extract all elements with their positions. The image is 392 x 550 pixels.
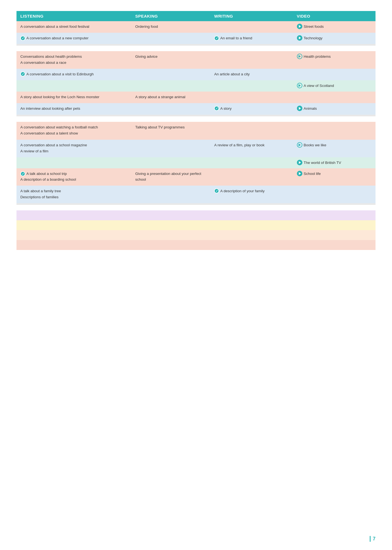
speaking-cell: Giving a presentation about your perfect… xyxy=(131,168,210,186)
table-row: A talk about a family treeDescriptions o… xyxy=(16,186,376,204)
listening-text: Descriptions of families xyxy=(20,194,128,200)
table-row: A conversation about a school magazineA … xyxy=(16,140,376,158)
table-row xyxy=(16,116,376,122)
writing-cell xyxy=(210,157,293,168)
listening-text: A review of a film xyxy=(20,148,128,154)
writing-cell xyxy=(210,168,293,186)
writing-text: A story xyxy=(220,106,231,111)
listening-text: A description of a boarding school xyxy=(20,177,128,182)
video-header: VIDEO xyxy=(293,11,376,21)
video-label: Health problems xyxy=(304,54,331,59)
listening-cell: A conversation about a school magazineA … xyxy=(16,140,131,158)
video-label: School life xyxy=(304,171,321,177)
listening-text: Conversations about health problems xyxy=(20,54,128,59)
video-label: Street foods xyxy=(304,24,324,29)
writing-text: An email to a friend xyxy=(220,36,252,40)
listening-text: A conversation about a new computer xyxy=(26,36,89,40)
table-row: The world of British TV xyxy=(16,157,376,168)
listening-cell: A talk about a school tripA description … xyxy=(16,168,131,186)
speaking-cell: Giving advice xyxy=(131,51,210,69)
table-row xyxy=(16,210,376,220)
speaking-cell xyxy=(131,80,210,91)
table-row: A story about looking for the Loch Ness … xyxy=(16,92,376,103)
page-number: 7 xyxy=(370,536,376,542)
table-row xyxy=(16,230,376,240)
video-item: Animals xyxy=(297,106,372,111)
content-table: LISTENING SPEAKING WRITING VIDEO A conve… xyxy=(16,11,376,250)
play-icon xyxy=(297,24,302,29)
speaking-text: Ordering food xyxy=(135,24,206,29)
writing-cell xyxy=(210,21,293,33)
table-row: A view of Scotland xyxy=(16,80,376,91)
table-row: A conversation about watching a football… xyxy=(16,122,376,140)
play-icon xyxy=(297,83,302,88)
table-row: A conversation about a new computerAn em… xyxy=(16,33,376,44)
listening-text: A conversation about watching a football… xyxy=(20,125,128,130)
listening-text: A talk about a family tree xyxy=(20,188,128,194)
video-cell: A view of Scotland xyxy=(293,80,376,91)
speaking-cell xyxy=(131,140,210,158)
listening-cell: An interview about looking after pets xyxy=(16,103,131,115)
video-label: The world of British TV xyxy=(304,160,341,166)
listening-cell xyxy=(16,80,131,91)
video-item: Street foods xyxy=(297,24,372,29)
check-icon xyxy=(214,106,219,111)
video-label: A view of Scotland xyxy=(304,83,334,89)
video-cell xyxy=(293,92,376,103)
writing-header: WRITING xyxy=(210,11,293,21)
writing-cell xyxy=(210,80,293,91)
speaking-cell xyxy=(131,157,210,168)
speaking-cell: Talking about TV programmes xyxy=(131,122,210,140)
writing-cell xyxy=(210,122,293,140)
listening-cell xyxy=(16,157,131,168)
speaking-cell: Ordering food xyxy=(131,21,210,33)
listening-cell: A conversation about a street food festi… xyxy=(16,21,131,33)
table-row xyxy=(16,240,376,250)
video-item: Health problems xyxy=(297,54,372,59)
play-icon xyxy=(297,54,302,59)
play-icon xyxy=(297,160,302,165)
video-label: Books we like xyxy=(304,142,327,148)
video-item: A view of Scotland xyxy=(297,83,372,89)
writing-text: A description of your family xyxy=(220,189,264,193)
listening-text: A conversation about a talent show xyxy=(20,131,128,136)
video-label: Animals xyxy=(304,106,317,111)
writing-cell xyxy=(210,92,293,103)
writing-cell: A description of your family xyxy=(210,186,293,204)
writing-cell: A review of a film, play or book xyxy=(210,140,293,158)
listening-text: A story about looking for the Loch Ness … xyxy=(20,94,128,100)
speaking-cell: A story about a strange animal xyxy=(131,92,210,103)
writing-text: An article about a city xyxy=(214,72,289,77)
listening-text: A conversation about a street food festi… xyxy=(20,24,128,29)
writing-cell: A story xyxy=(210,103,293,115)
video-cell xyxy=(293,186,376,204)
video-cell xyxy=(293,69,376,80)
play-icon xyxy=(297,171,302,176)
listening-text: A conversation about a visit to Edinburg… xyxy=(26,72,94,76)
writing-cell xyxy=(210,51,293,69)
video-cell xyxy=(293,122,376,140)
writing-text: A review of a film, play or book xyxy=(214,142,289,148)
speaking-text: Giving advice xyxy=(135,54,206,59)
listening-cell: Conversations about health problemsA con… xyxy=(16,51,131,69)
video-cell: Street foods xyxy=(293,21,376,33)
table-row: A conversation about a street food festi… xyxy=(16,21,376,33)
speaking-text: Giving a presentation about your perfect… xyxy=(135,171,206,182)
listening-header: LISTENING xyxy=(16,11,131,21)
table-row: Conversations about health problemsA con… xyxy=(16,51,376,69)
table-row: A conversation about a visit to Edinburg… xyxy=(16,69,376,80)
video-cell: Technology xyxy=(293,33,376,44)
table-row xyxy=(16,220,376,230)
table-row xyxy=(16,205,376,210)
video-cell: Animals xyxy=(293,103,376,115)
video-cell: School life xyxy=(293,168,376,186)
writing-cell: An article about a city xyxy=(210,69,293,80)
video-item: The world of British TV xyxy=(297,160,372,166)
speaking-cell xyxy=(131,69,210,80)
listening-cell: A conversation about watching a football… xyxy=(16,122,131,140)
play-icon xyxy=(297,106,302,111)
listening-cell: A conversation about a visit to Edinburg… xyxy=(16,69,131,80)
listening-text: An interview about looking after pets xyxy=(20,106,128,111)
video-item: Technology xyxy=(297,35,372,41)
video-item: Books we like xyxy=(297,142,372,148)
